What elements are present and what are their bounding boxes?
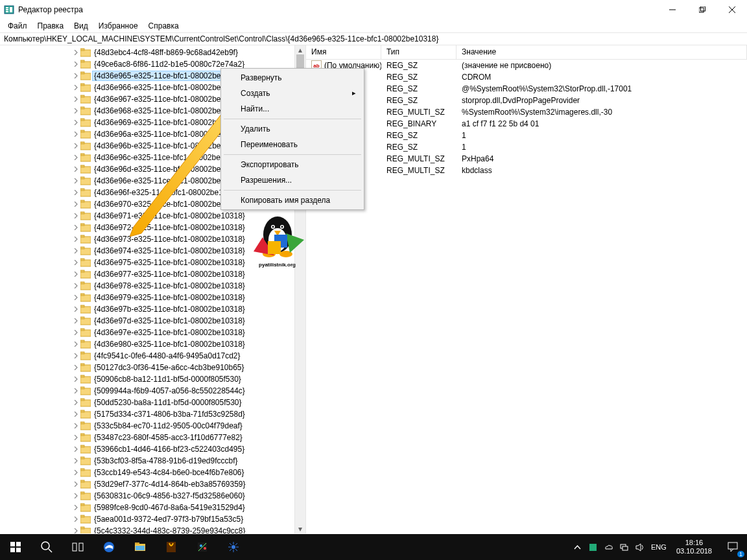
menu-help[interactable]: Справка: [143, 20, 184, 32]
expander-icon[interactable]: [71, 281, 80, 290]
taskbar-app1-icon[interactable]: [156, 534, 187, 560]
expander-icon[interactable]: [71, 130, 80, 139]
tree-item[interactable]: {50dd5230-ba8a-11d1-bf5d-0000f805f530}: [0, 397, 294, 408]
tray-onedrive-icon[interactable]: [601, 534, 617, 560]
tree-item[interactable]: {53d29ef7-377c-4d14-864b-eb3a85769359}: [0, 478, 294, 490]
address-bar[interactable]: Компьютер\HKEY_LOCAL_MACHINE\SYSTEM\Curr…: [0, 32, 747, 45]
expander-icon[interactable]: [71, 316, 80, 325]
action-center-button[interactable]: 1: [718, 534, 747, 560]
tree-item[interactable]: {4d36e977-e325-11ce-bfc1-08002be10318}: [0, 268, 294, 280]
list-row[interactable]: 01ateREG_BINARYa1 cf f7 f1 22 5b d4 01: [306, 118, 747, 130]
expander-icon[interactable]: [71, 71, 80, 80]
expander-icon[interactable]: [71, 340, 80, 349]
expander-icon[interactable]: [71, 106, 80, 115]
list-row[interactable]: abREG_MULTI_SZ%SystemRoot%\System32\imag…: [306, 106, 747, 118]
tree-item[interactable]: {4d36e972-e325-11ce-bfc1-08002be10318}: [0, 222, 294, 233]
ctx-copy-key-name[interactable]: Копировать имя раздела: [222, 192, 362, 208]
tree-item[interactable]: {4d36e973-e325-11ce-bfc1-08002be10318}: [0, 233, 294, 245]
tree-item[interactable]: {4d36e979-e325-11ce-bfc1-08002be10318}: [0, 292, 294, 303]
ctx-find[interactable]: Найти...: [222, 101, 362, 117]
tree-item[interactable]: {53487c23-680f-4585-acc3-1f10d6777e82}: [0, 432, 294, 443]
tree-item[interactable]: {48d3ebc4-4cf8-48ff-b869-9c68ad42eb9f}: [0, 47, 294, 58]
ctx-permissions[interactable]: Разрешения...: [222, 172, 362, 188]
menu-file[interactable]: Файл: [3, 20, 32, 32]
expander-icon[interactable]: [71, 421, 80, 430]
expander-icon[interactable]: [71, 328, 80, 337]
expander-icon[interactable]: [71, 363, 80, 372]
scroll-down-icon[interactable]: ▾: [295, 524, 305, 533]
tree-item[interactable]: {53966cb1-4d46-4166-bf23-c522403cd495}: [0, 443, 294, 455]
tree-item[interactable]: {50906cb8-ba12-11d1-bf5d-0000f805f530}: [0, 373, 294, 385]
expander-icon[interactable]: [71, 188, 80, 197]
expander-icon[interactable]: [71, 200, 80, 209]
expander-icon[interactable]: [71, 211, 80, 220]
tray-overflow-icon[interactable]: [570, 534, 586, 560]
expander-icon[interactable]: [71, 445, 80, 454]
expander-icon[interactable]: [71, 118, 80, 127]
task-view-button[interactable]: [62, 534, 93, 560]
tree-item[interactable]: {4d36e97b-e325-11ce-bfc1-08002be10318}: [0, 303, 294, 315]
expander-icon[interactable]: [71, 165, 80, 174]
expander-icon[interactable]: [71, 60, 80, 69]
list-row[interactable]: abagesREG_SZstorprop.dll,DvdPropPageProv…: [306, 95, 747, 106]
expander-icon[interactable]: [71, 235, 80, 244]
expander-icon[interactable]: [71, 526, 80, 533]
tray-network-icon[interactable]: [617, 534, 632, 560]
column-type[interactable]: Тип: [381, 45, 456, 59]
expander-icon[interactable]: [71, 433, 80, 442]
tree-item[interactable]: {5989fce8-9cd0-467d-8a6a-5419e31529d4}: [0, 502, 294, 513]
taskbar-edge-icon[interactable]: [93, 534, 124, 560]
list-row[interactable]: ab(По умолчанию)REG_SZ(значение не присв…: [306, 60, 747, 71]
expander-icon[interactable]: [71, 351, 80, 360]
expander-icon[interactable]: [71, 503, 80, 512]
expander-icon[interactable]: [71, 223, 80, 232]
taskbar-app3-icon[interactable]: [218, 534, 249, 560]
start-button[interactable]: [0, 534, 31, 560]
tree-item[interactable]: {5099944a-f6b9-4057-a056-8c550228544c}: [0, 385, 294, 397]
tree-item[interactable]: {4d36e971-e325-11ce-bfc1-08002be10318}: [0, 210, 294, 222]
tray-volume-icon[interactable]: [632, 534, 648, 560]
tray-clock[interactable]: 18:16 03.10.2018: [670, 539, 718, 555]
tree-item[interactable]: {4d36e97d-e325-11ce-bfc1-08002be10318}: [0, 315, 294, 327]
column-value[interactable]: Значение: [456, 45, 747, 59]
list-row[interactable]: abREG_SZ@%SystemRoot%\System32\StorProp.…: [306, 83, 747, 95]
list-row[interactable]: abREG_MULTI_SZkbdclass: [306, 165, 747, 176]
expander-icon[interactable]: [71, 305, 80, 314]
tree-item[interactable]: {5aea001d-9372-4ed7-97f3-b79bf15a53c5}: [0, 513, 294, 525]
ctx-new[interactable]: Создать: [222, 86, 362, 101]
expander-icon[interactable]: [71, 480, 80, 489]
expander-icon[interactable]: [71, 491, 80, 500]
expander-icon[interactable]: [71, 141, 80, 150]
list-row[interactable]: abREG_MULTI_SZPxHpa64: [306, 153, 747, 165]
tree-item[interactable]: {53ccb149-e543-4c84-b6e0-bce4f6b7e806}: [0, 467, 294, 478]
expander-icon[interactable]: [71, 293, 80, 302]
column-name[interactable]: Имя: [306, 45, 381, 59]
tree-item[interactable]: {4d36e978-e325-11ce-bfc1-08002be10318}: [0, 280, 294, 292]
expander-icon[interactable]: [71, 375, 80, 384]
taskbar-app2-icon[interactable]: [187, 534, 218, 560]
tree-item[interactable]: {4d36e975-e325-11ce-bfc1-08002be10318}: [0, 257, 294, 268]
ctx-rename[interactable]: Переименовать: [222, 137, 362, 152]
tree-item[interactable]: {4fc9541c-0fe6-4480-a4f6-9495a0d17cd2}: [0, 350, 294, 362]
tree-item[interactable]: {50127dc3-0f36-415e-a6cc-4cb3be910b65}: [0, 362, 294, 373]
expander-icon[interactable]: [71, 48, 80, 57]
expander-icon[interactable]: [71, 515, 80, 524]
maximize-button[interactable]: [687, 0, 717, 19]
expander-icon[interactable]: [71, 456, 80, 465]
ctx-expand[interactable]: Развернуть: [222, 70, 362, 86]
taskbar-explorer-icon[interactable]: [124, 534, 156, 560]
tree-item[interactable]: {5175d334-c371-4806-b3ba-71fd53c9258d}: [0, 408, 294, 420]
list-view[interactable]: Имя Тип Значение ab(По умолчанию)REG_SZ(…: [306, 45, 747, 533]
expander-icon[interactable]: [71, 246, 80, 255]
expander-icon[interactable]: [71, 153, 80, 162]
list-row[interactable]: abssREG_SZ1: [306, 130, 747, 141]
expander-icon[interactable]: [71, 410, 80, 419]
menu-favorites[interactable]: Избранное: [93, 20, 143, 32]
list-row[interactable]: abREG_SZ1: [306, 141, 747, 153]
list-row[interactable]: abREG_SZCDROM: [306, 71, 747, 83]
tray-language[interactable]: ENG: [648, 534, 670, 560]
ctx-export[interactable]: Экспортировать: [222, 157, 362, 172]
close-button[interactable]: [717, 0, 747, 19]
expander-icon[interactable]: [71, 398, 80, 407]
tree-item[interactable]: {5630831c-06c9-4856-b327-f5d32586e060}: [0, 490, 294, 502]
